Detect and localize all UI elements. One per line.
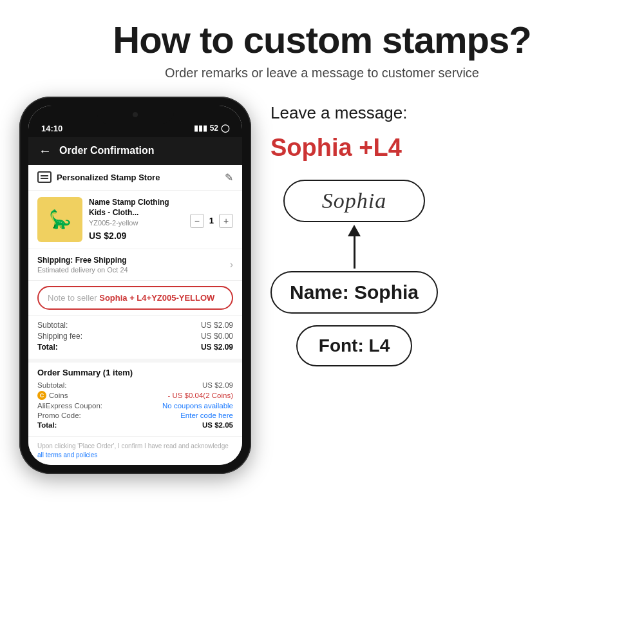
page-header: How to custom stamps? Order remarks or l… — [0, 0, 644, 90]
order-summary-title: Order Summary (1 item) — [37, 368, 233, 377]
coupon-value: No coupons available — [162, 402, 233, 410]
stamp-preview: Sophia — [283, 180, 425, 222]
arrow-line — [354, 236, 355, 269]
font-label: Font: L4 — [319, 336, 390, 355]
right-column-inner: Sophia Name: Sophia Font: L4 — [270, 180, 438, 366]
shipping-fee-row: Shipping fee: US $0.00 — [37, 332, 233, 341]
subtotal-row: Subtotal: US $2.09 — [37, 321, 233, 330]
shipping-fee-value: US $0.00 — [201, 332, 233, 341]
store-row: Personalized Stamp Store ✎ — [28, 165, 242, 191]
store-name: Personalized Stamp Store — [57, 173, 160, 182]
arrow-container-up — [348, 225, 361, 269]
battery-icon: ◯ — [221, 124, 229, 133]
coins-label: Coins — [49, 392, 68, 399]
phone-screen: 14:10 ▮▮▮ 52 ◯ ← Order Confirmation — [28, 106, 242, 465]
phone-notch — [97, 106, 174, 124]
order-summary-section: Order Summary (1 item) Subtotal: US $2.0… — [28, 359, 242, 436]
leave-message-label: Leave a message: — [270, 103, 407, 123]
font-box: Font: L4 — [296, 325, 412, 366]
product-price: US $2.09 — [89, 231, 184, 241]
coins-value: - US $0.04(2 Coins) — [167, 392, 233, 399]
coins-label-group: C Coins — [37, 391, 68, 400]
note-to-seller-row[interactable]: Note to seller Sophia + L4+YZ005-YELLOW — [37, 286, 233, 310]
os-subtotal-value: US $2.09 — [202, 381, 233, 389]
shipping-fee-label: Shipping fee: — [37, 332, 82, 341]
content-row: 14:10 ▮▮▮ 52 ◯ ← Order Confirmation — [0, 90, 644, 474]
shipping-sub: Estimated delivery on Oct 24 — [37, 266, 128, 274]
page-title: How to custom stamps? — [13, 19, 631, 61]
store-icon — [37, 171, 52, 183]
coupon-label: AliExpress Coupon: — [37, 402, 102, 410]
note-highlight: Sophia + L4+YZ005-YELLOW — [99, 293, 214, 303]
store-left: Personalized Stamp Store — [37, 171, 160, 183]
phone-content: Personalized Stamp Store ✎ 🦕 Name Stamp … — [28, 165, 242, 465]
total-value: US $2.09 — [201, 343, 233, 352]
product-row: 🦕 Name Stamp Clothing Kids - Cloth... YZ… — [28, 191, 242, 249]
name-box: Name: Sophia — [270, 271, 438, 314]
os-subtotal-label: Subtotal: — [37, 381, 66, 389]
os-total-row: Total: US $2.05 — [37, 421, 233, 429]
footer-text: Upon clicking 'Place Order', I confirm I… — [37, 442, 229, 450]
shipping-title: Shipping: Free Shipping — [37, 256, 128, 265]
qty-control: − 1 + — [190, 214, 233, 228]
promo-value: Enter code here — [180, 412, 233, 419]
qty-minus-button[interactable]: − — [190, 214, 204, 228]
status-right: ▮▮▮ 52 ◯ — [194, 124, 229, 133]
coupon-row: AliExpress Coupon: No coupons available — [37, 402, 233, 410]
os-total-value: US $2.05 — [202, 421, 233, 429]
promo-row: Promo Code: Enter code here — [37, 412, 233, 419]
page-subtitle: Order remarks or leave a message to cust… — [13, 66, 631, 80]
back-arrow-icon[interactable]: ← — [39, 144, 52, 158]
qty-number: 1 — [209, 216, 214, 225]
footer-link[interactable]: all terms and policies — [37, 451, 97, 459]
os-total-label: Total: — [37, 421, 57, 429]
note-placeholder: Note to seller — [48, 293, 97, 303]
chevron-right-icon[interactable]: › — [230, 259, 233, 270]
coin-icon: C — [37, 391, 46, 400]
subtotal-value: US $2.09 — [201, 321, 233, 330]
shipping-row: Shipping: Free Shipping Estimated delive… — [28, 249, 242, 281]
coins-row: C Coins - US $0.04(2 Coins) — [37, 391, 233, 400]
os-subtotal-row: Subtotal: US $2.09 — [37, 381, 233, 389]
store-line-1 — [41, 175, 48, 176]
total-row: Total: US $2.09 — [37, 343, 233, 352]
stamp-text: Sophia — [322, 189, 386, 213]
name-label: Name: Sophia — [290, 281, 419, 303]
product-name: Name Stamp Clothing Kids - Cloth... — [89, 198, 184, 218]
status-time: 14:10 — [41, 124, 62, 133]
subtotal-label: Subtotal: — [37, 321, 68, 330]
signal-icon: ▮▮▮ — [194, 124, 207, 133]
product-info: Name Stamp Clothing Kids - Cloth... YZ00… — [89, 198, 184, 241]
price-summary: Subtotal: US $2.09 Shipping fee: US $0.0… — [28, 315, 242, 359]
promo-label: Promo Code: — [37, 412, 81, 419]
qty-plus-button[interactable]: + — [219, 214, 233, 228]
nav-title: Order Confirmation — [59, 145, 155, 156]
signal-strength: 52 — [210, 124, 218, 133]
arrow-head-icon — [348, 225, 361, 236]
phone-outer: 14:10 ▮▮▮ 52 ◯ ← Order Confirmation — [19, 97, 251, 474]
place-order-footer: Upon clicking 'Place Order', I confirm I… — [28, 436, 242, 465]
edit-icon[interactable]: ✎ — [225, 171, 233, 184]
nav-bar: ← Order Confirmation — [28, 137, 242, 165]
notch-dot — [133, 112, 138, 117]
message-value: Sophia +L4 — [270, 135, 402, 162]
product-thumbnail: 🦕 — [49, 209, 71, 230]
product-image: 🦕 — [37, 197, 82, 242]
product-sku: YZ005-2-yellow — [89, 219, 184, 227]
phone-mockup: 14:10 ▮▮▮ 52 ◯ ← Order Confirmation — [19, 97, 251, 474]
shipping-left: Shipping: Free Shipping Estimated delive… — [37, 256, 128, 274]
total-label: Total: — [37, 343, 58, 352]
right-panel: Leave a message: Sophia +L4 Sophia Name:… — [270, 97, 625, 366]
store-line-2 — [41, 178, 48, 179]
